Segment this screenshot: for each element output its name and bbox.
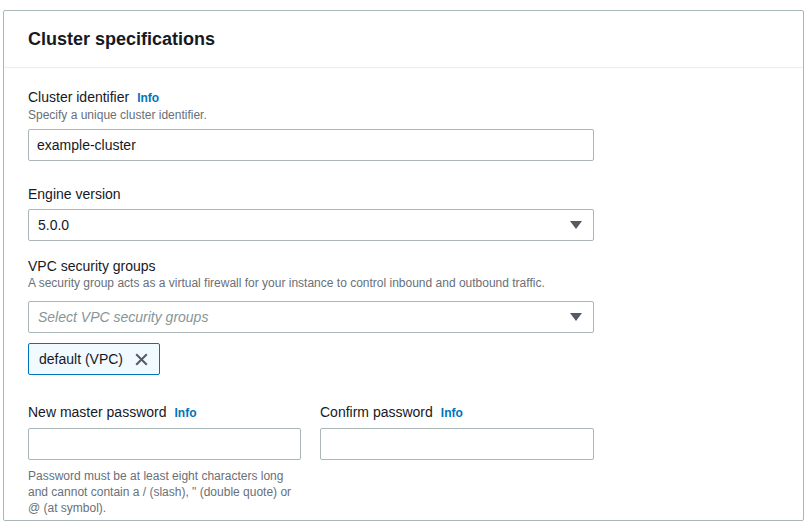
cluster-identifier-label: Cluster identifier [28,89,129,105]
vpc-token-default: default (VPC) [28,343,160,375]
new-master-password-input[interactable] [28,428,301,460]
vpc-token-label: default (VPC) [39,351,123,367]
password-fields-row: New master passwordInfo Password must be… [28,403,779,516]
card-body: Cluster identifierInfo Specify a unique … [4,68,803,516]
close-icon[interactable] [132,350,151,369]
cluster-specifications-card: Cluster specifications Cluster identifie… [3,10,804,521]
engine-version-selected-value: 5.0.0 [38,217,69,233]
password-constraint-line: and cannot contain a / (slash), " (doubl… [28,484,301,500]
chevron-down-icon [570,221,582,230]
password-constraint-line: Password must be at least eight characte… [28,468,301,484]
cluster-identifier-input[interactable] [28,129,594,161]
chevron-down-icon [570,313,582,322]
new-master-password-field: New master passwordInfo Password must be… [28,403,301,516]
new-master-password-info-link[interactable]: Info [175,406,197,420]
cluster-identifier-info-link[interactable]: Info [137,91,159,105]
new-master-password-label: New master password [28,404,167,420]
cluster-identifier-description: Specify a unique cluster identifier. [28,108,779,123]
engine-version-label: Engine version [28,186,121,202]
confirm-password-field: Confirm passwordInfo [320,403,594,516]
engine-version-select[interactable]: 5.0.0 [28,209,594,241]
section-title: Cluster specifications [28,27,779,51]
vpc-security-groups-placeholder: Select VPC security groups [38,309,208,325]
vpc-security-groups-label: VPC security groups [28,258,156,274]
vpc-security-groups-select[interactable]: Select VPC security groups [28,301,594,333]
confirm-password-label: Confirm password [320,404,433,420]
vpc-token-row: default (VPC) [28,343,779,375]
vpc-security-groups-field: VPC security groups A security group act… [28,257,779,375]
confirm-password-info-link[interactable]: Info [441,406,463,420]
vpc-security-groups-description: A security group acts as a virtual firew… [28,276,779,291]
password-constraint-text: Password must be at least eight characte… [28,468,301,516]
card-header: Cluster specifications [4,11,803,68]
confirm-password-input[interactable] [320,428,594,460]
engine-version-field: Engine version 5.0.0 [28,185,779,241]
cluster-identifier-field: Cluster identifierInfo Specify a unique … [28,88,779,161]
password-constraint-line: @ (at symbol). [28,500,301,516]
